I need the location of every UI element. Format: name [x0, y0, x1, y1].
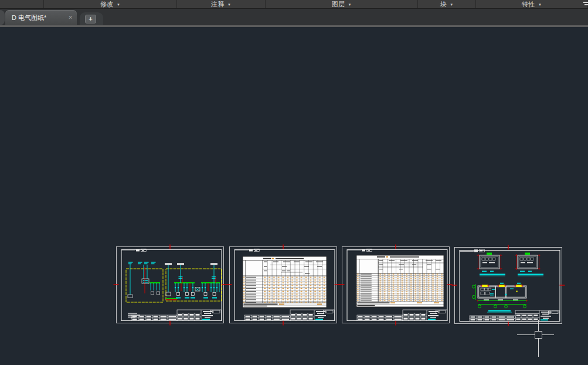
- elevation-view-b: [515, 253, 541, 272]
- ribbon-panel-label: 块: [440, 1, 447, 8]
- schedule-table-content: [356, 255, 444, 307]
- ribbon-panel-label: 特性: [522, 1, 535, 8]
- chevron-down-icon: ▼: [227, 3, 231, 6]
- file-tab-bar: D 电气图纸* ✕ +: [0, 9, 588, 25]
- ribbon-panel-modify[interactable]: 修改 ▼: [44, 0, 177, 8]
- plus-icon: +: [85, 15, 96, 23]
- ribbon-panel-annotate[interactable]: 注释 ▼: [177, 0, 266, 8]
- autocad-window: 修改 ▼ 注释 ▼ 图层 ▼ 块 ▼ 特性 ▼ D 电气图纸* ✕ +: [0, 0, 588, 365]
- schedule-table-content: [243, 256, 327, 307]
- ribbon-panel-label: 图层: [332, 1, 345, 8]
- crosshair-right-arm: [542, 334, 554, 335]
- drawing-sheet-schedule-table-2[interactable]: [342, 246, 450, 323]
- tab-bar-edge-stub: [0, 10, 5, 25]
- chevron-down-icon: ▼: [450, 3, 453, 6]
- elevation-view-a: [477, 253, 502, 272]
- layout-plan-content: [472, 253, 543, 313]
- single-line-diagram-content: [126, 262, 222, 317]
- chevron-down-icon: ▼: [538, 3, 542, 6]
- crosshair-bottom-arm: [538, 338, 539, 357]
- new-tab-button[interactable]: +: [80, 12, 103, 25]
- drawing-sheet-schedule-table-1[interactable]: [229, 246, 337, 323]
- crosshair-top-arm: [538, 320, 539, 331]
- drawing-sheet-single-line-diagram[interactable]: [116, 246, 224, 323]
- ribbon-panel-block[interactable]: 块 ▼: [418, 0, 476, 8]
- drawing-canvas[interactable]: [0, 27, 588, 365]
- chevron-down-icon: ▼: [117, 3, 120, 6]
- file-tab-electrical-drawings[interactable]: D 电气图纸* ✕: [5, 10, 77, 25]
- chevron-down-icon: ▼: [348, 3, 352, 6]
- crosshair-pickbox: [535, 331, 542, 339]
- ribbon-panel-label: 注释: [211, 1, 225, 8]
- ribbon-panel-layers[interactable]: 图层 ▼: [266, 0, 418, 8]
- ribbon-panel-strip: 修改 ▼ 注释 ▼ 图层 ▼ 块 ▼ 特性 ▼: [0, 0, 588, 9]
- close-icon[interactable]: ✕: [68, 14, 73, 21]
- drawing-sheet-layout-plan[interactable]: [454, 247, 562, 324]
- sheet-frame: [452, 245, 565, 326]
- file-tab-label: D 电气图纸*: [5, 13, 46, 22]
- ribbon-panel-leading[interactable]: [0, 0, 44, 8]
- clipped-panel-label: [582, 1, 588, 7]
- ribbon-panel-properties[interactable]: 特性 ▼: [476, 0, 588, 8]
- ribbon-panel-label: 修改: [100, 1, 114, 8]
- crosshair-left-arm: [517, 334, 535, 335]
